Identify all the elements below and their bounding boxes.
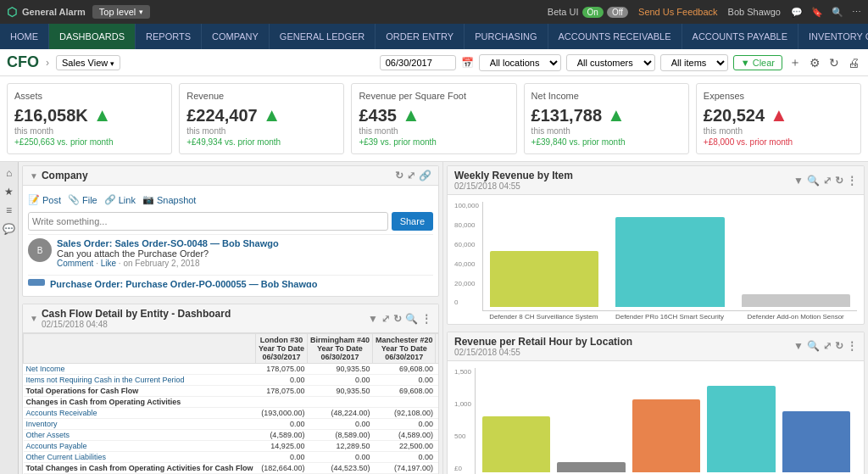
rr-filter-icon[interactable]: ▼: [793, 340, 804, 352]
nav-company[interactable]: COMPANY: [202, 24, 270, 49]
customer-dropdown[interactable]: All customers: [566, 54, 655, 71]
cf-cell-label[interactable]: Accounts Payable: [24, 441, 256, 452]
feed-item-1: B Sales Order: Sales Order-SO-0048 — Bob…: [28, 234, 433, 271]
cashflow-refresh-icon[interactable]: ↻: [393, 313, 402, 325]
bookmark-icon[interactable]: 🔖: [811, 7, 823, 18]
feed-title-2[interactable]: Purchase Order: Purchase Order-PO-000055…: [50, 279, 433, 287]
kpi-arrow-icon: ▲: [770, 104, 788, 126]
nav-inventory-control[interactable]: INVENTORY CONTROL: [798, 24, 868, 49]
cashflow-collapse-icon[interactable]: ▼: [30, 314, 38, 323]
clear-button[interactable]: ▼ Clear: [733, 55, 782, 70]
cf-cell-val-0: 0.00: [256, 375, 308, 386]
top-level-button[interactable]: Top level ▾: [92, 5, 150, 19]
nav-accounts-payable[interactable]: ACCOUNTS PAYABLE: [682, 24, 798, 49]
print-button[interactable]: 🖨: [846, 54, 861, 71]
cf-cell-label[interactable]: Items not Requiring Cash in the Current …: [24, 375, 256, 386]
kpi-period: this month: [14, 126, 164, 136]
cf-cell-label: Changes in Cash from Operating Activitie…: [24, 397, 256, 408]
location-dropdown[interactable]: All locations: [479, 54, 561, 71]
company-collapse-icon[interactable]: ▼: [30, 171, 38, 181]
cf-cell-val-3: 153,407.00: [436, 386, 438, 397]
top-bar-right: Beta UI On Off Send Us Feedback Bob Shaw…: [548, 7, 861, 18]
sidebar-home-icon[interactable]: ⌂: [6, 167, 12, 179]
cashflow-more-icon[interactable]: ⋮: [421, 313, 431, 325]
cf-cell-val-2: 69,608.00: [372, 386, 436, 397]
feed-title-1[interactable]: Sales Order: Sales Order-SO-0048 — Bob S…: [57, 238, 433, 248]
kpi-label: Revenue per Square Foot: [359, 91, 509, 101]
post-input[interactable]: [28, 212, 388, 231]
calendar-icon[interactable]: 📅: [461, 57, 474, 69]
cf-cell-label[interactable]: Accounts Receivable: [24, 408, 256, 419]
cf-cell-label[interactable]: Net Income: [24, 364, 256, 375]
nav-order-entry[interactable]: ORDER ENTRY: [376, 24, 465, 49]
wr-more-icon[interactable]: ⋮: [847, 175, 857, 187]
share-button[interactable]: Share: [392, 212, 433, 231]
cf-col-label: [24, 334, 256, 364]
cf-cell-val-2: 22,500.00: [372, 441, 436, 452]
kpi-label: Revenue: [186, 91, 337, 101]
nav-general-ledger[interactable]: GENERAL LEDGER: [270, 24, 376, 49]
item-dropdown[interactable]: All items: [660, 54, 728, 71]
sidebar-chat-icon[interactable]: 💬: [3, 223, 15, 235]
nav-dashboards[interactable]: DASHBOARDS: [49, 24, 136, 49]
post-action[interactable]: 📝 Post: [28, 194, 61, 205]
kpi-row: Assets £16,058K ▲ this month +£250,663 v…: [0, 76, 868, 162]
wr-expand-icon[interactable]: ⤢: [823, 175, 832, 187]
wr-refresh-icon[interactable]: ↻: [835, 175, 843, 187]
kpi-arrow-icon: ▲: [93, 104, 112, 126]
refresh-button[interactable]: ↻: [827, 54, 841, 71]
rr-more-icon[interactable]: ⋮: [847, 340, 857, 352]
date-input[interactable]: [380, 55, 456, 70]
cf-col-bham: Birmingham #40Year To Date06/30/2017: [307, 334, 372, 364]
chat-icon[interactable]: 💬: [791, 7, 803, 18]
link-action[interactable]: 🔗 Link: [104, 194, 136, 205]
company-refresh-icon[interactable]: ↻: [395, 170, 403, 181]
wr-bar-1: [615, 217, 724, 306]
company-link-icon[interactable]: 🔗: [419, 170, 431, 181]
cf-row-6: Other Assets(4,589.00)(8,589.00)(4,589.0…: [24, 430, 439, 441]
wr-filter-icon[interactable]: ▼: [793, 175, 804, 187]
kpi-label: Expenses: [704, 91, 854, 101]
like-link-1[interactable]: Like: [101, 259, 116, 268]
add-button[interactable]: ＋: [787, 53, 803, 72]
rr-expand-icon[interactable]: ⤢: [823, 340, 832, 352]
cashflow-zoom-icon[interactable]: 🔍: [405, 313, 418, 325]
settings-button[interactable]: ⚙: [808, 54, 822, 71]
nav-bar: HOME DASHBOARDS REPORTS COMPANY GENERAL …: [0, 24, 868, 49]
cashflow-expand-icon[interactable]: ⤢: [381, 313, 390, 325]
nav-purchasing[interactable]: PURCHASING: [465, 24, 548, 49]
revenue-retail-title-block: Revenue per Retail Hour by Location 02/1…: [454, 336, 632, 357]
search-icon[interactable]: 🔍: [832, 7, 843, 18]
kpi-period: this month: [186, 126, 337, 136]
comment-link-1[interactable]: Comment: [57, 259, 93, 268]
more-icon[interactable]: ⋯: [852, 7, 861, 18]
kpi-card-3: Net Income £131,788 ▲ this month +£39,84…: [524, 83, 689, 154]
rr-zoom-icon[interactable]: 🔍: [807, 340, 820, 352]
nav-accounts-receivable[interactable]: ACCOUNTS RECEIVABLE: [548, 24, 682, 49]
nav-reports[interactable]: REPORTS: [136, 24, 202, 49]
cashflow-filter-icon[interactable]: ▼: [368, 313, 378, 325]
toggle-on[interactable]: On: [582, 7, 604, 18]
kpi-arrow-icon: ▲: [402, 104, 420, 126]
right-column: Weekly Revenue by Item 02/15/2018 04:55 …: [443, 162, 868, 474]
cf-cell-label[interactable]: Inventory: [24, 419, 256, 430]
cf-cell-val-2: 0.00: [372, 375, 436, 386]
kpi-period: this month: [704, 126, 854, 136]
send-feedback-link[interactable]: Send Us Feedback: [638, 7, 718, 17]
cf-cell-label: Total Changes in Cash from Operating Act…: [24, 463, 256, 474]
sidebar-list-icon[interactable]: ≡: [6, 204, 12, 216]
sidebar-star-icon[interactable]: ★: [4, 186, 14, 198]
chevron-down-icon: ▾: [139, 8, 143, 16]
cf-cell-label[interactable]: Other Current Liabilities: [24, 452, 256, 463]
company-expand-icon[interactable]: ⤢: [407, 170, 415, 181]
rr-refresh-icon[interactable]: ↻: [835, 340, 843, 352]
snapshot-action[interactable]: 📷 Snapshot: [142, 194, 196, 205]
toggle-off[interactable]: Off: [607, 7, 628, 18]
file-action[interactable]: 📎 File: [68, 194, 97, 205]
nav-home[interactable]: HOME: [0, 24, 49, 49]
cashflow-panel-title: Cash Flow Detail by Entity - Dashboard: [42, 308, 231, 320]
company-panel-actions: ↻ ⤢ 🔗: [395, 170, 431, 181]
views-button[interactable]: Sales View ▾: [56, 55, 120, 70]
cf-cell-label[interactable]: Other Assets: [24, 430, 256, 441]
wr-zoom-icon[interactable]: 🔍: [807, 175, 820, 187]
